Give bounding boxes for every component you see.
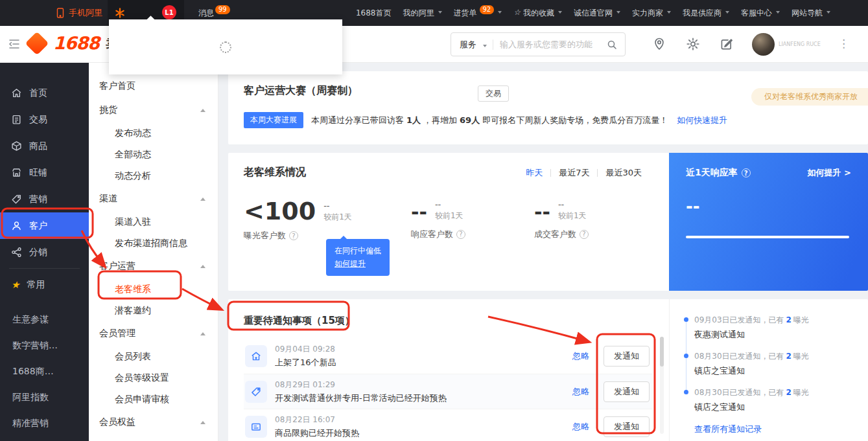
tab-yesterday[interactable]: 昨天 bbox=[526, 167, 543, 179]
sidebar-item-marketing[interactable]: 营销 bbox=[0, 186, 89, 212]
member-dropdown-popup bbox=[109, 19, 342, 74]
chevron-up-icon bbox=[200, 421, 205, 424]
send-notification-button[interactable]: 发通知 bbox=[604, 346, 650, 367]
caret-down-icon bbox=[776, 11, 780, 14]
topbar-mobile-ali[interactable]: 手机阿里 bbox=[56, 7, 102, 19]
search-category-select[interactable]: 服务 bbox=[451, 39, 493, 51]
submenu-item-customer-home[interactable]: 客户首页 bbox=[89, 73, 218, 98]
caret-down-icon bbox=[498, 11, 502, 14]
topbar-link-cart[interactable]: 进货单92 bbox=[454, 8, 502, 19]
messages-count-badge: 99 bbox=[215, 5, 230, 14]
sidebar-item-products[interactable]: 商品 bbox=[0, 133, 89, 159]
search-input[interactable] bbox=[493, 40, 607, 49]
metric-label: 响应客户数 bbox=[411, 229, 453, 240]
submenu-section-channel[interactable]: 渠道 bbox=[89, 187, 218, 211]
search-icon[interactable] bbox=[607, 40, 617, 50]
submenu-item-member-level[interactable]: 会员等级设置 bbox=[89, 367, 218, 389]
submenu-item-publish-feed[interactable]: 发布动态 bbox=[89, 122, 218, 144]
sidebar-item-customers[interactable]: 客户 bbox=[0, 212, 89, 239]
submenu-section-customer-operation[interactable]: 客户运营 bbox=[89, 254, 218, 278]
scrollbar-thumb[interactable] bbox=[660, 337, 664, 367]
starburst-icon bbox=[114, 7, 126, 19]
star-icon bbox=[11, 279, 19, 291]
submenu-item-feed-analysis[interactable]: 动态分析 bbox=[89, 165, 218, 187]
ignore-link[interactable]: 忽略 bbox=[572, 386, 589, 398]
metric-delta: -- bbox=[323, 200, 352, 212]
customers-icon bbox=[11, 220, 22, 231]
chevron-up-icon bbox=[200, 198, 205, 201]
notice-row: 08月29日 01:29 开发测试普通伙拼专用-日常活动已经开始预热 忽略 发通… bbox=[244, 374, 652, 409]
help-icon[interactable] bbox=[456, 230, 465, 239]
topbar-link-chengxintong[interactable]: 诚信通官网 bbox=[574, 8, 620, 19]
quick-link-precision-marketing[interactable]: 精准营销 bbox=[0, 411, 89, 436]
location-icon[interactable] bbox=[652, 37, 666, 51]
notice-row: 09月04日 09:28 上架了16个新品 忽略 发通知 bbox=[244, 339, 652, 374]
submenu-item-member-review[interactable]: 会员申请审核 bbox=[89, 389, 218, 410]
more-icon[interactable] bbox=[838, 37, 849, 50]
trade-button[interactable]: 交易 bbox=[478, 85, 509, 102]
view-all-records-link[interactable]: 查看所有通知记录 bbox=[684, 424, 856, 435]
notice-date: 09月04日 09:28 bbox=[275, 344, 558, 355]
settings-gear-icon[interactable] bbox=[686, 37, 700, 51]
submenu-item-prospect-invite[interactable]: 潜客邀约 bbox=[89, 300, 218, 321]
notice-text: 商品限购已经开始预热 bbox=[275, 427, 558, 439]
sidebar-item-transactions[interactable]: 交易 bbox=[0, 106, 89, 133]
history-title: 夜惠测试通知 bbox=[694, 329, 856, 341]
submenu-item-channel-recruit[interactable]: 发布渠道招商信息 bbox=[89, 232, 218, 254]
topbar-link-my-ali[interactable]: 我的阿里 bbox=[403, 8, 442, 19]
topbar-link-favorites[interactable]: 我的收藏 bbox=[513, 8, 562, 19]
caret-down-icon bbox=[725, 11, 729, 14]
tooltip-improve-link[interactable]: 如何提升 bbox=[334, 257, 381, 270]
caret-down-icon bbox=[438, 11, 442, 14]
primary-sidebar: 首页 交易 商品 旺铺 营销 客户 分销 常用 生意参谋 数字营销… 1688商… bbox=[0, 63, 89, 441]
stats-range-tabs: 昨天 最近7天 最近30天 bbox=[526, 167, 642, 179]
retention-stats: 老客维系情况 昨天 最近7天 最近30天 <100 -- 较前1天 bbox=[228, 153, 669, 291]
help-icon[interactable] bbox=[742, 168, 751, 177]
sidebar-item-home[interactable]: 首页 bbox=[0, 80, 89, 106]
notification-history-panel: 09月03日已发通知，已有2曝光 夜惠测试通知 08月30日已发通知，已有2曝光… bbox=[669, 299, 868, 441]
sidebar-item-shop[interactable]: 旺铺 bbox=[0, 159, 89, 186]
sidebar-item-distribution[interactable]: 分销 bbox=[0, 239, 89, 266]
history-title: 镇店之宝通知 bbox=[694, 401, 856, 413]
submenu-item-member-list[interactable]: 会员列表 bbox=[89, 346, 218, 367]
sidebar-item-favorites[interactable]: 常用 bbox=[0, 271, 89, 298]
quick-link-1688[interactable]: 1688商… bbox=[0, 359, 89, 385]
topbar-link-supplier[interactable]: 我是供应商 bbox=[683, 8, 729, 19]
help-icon[interactable] bbox=[580, 230, 589, 239]
tab-last-7-days[interactable]: 最近7天 bbox=[559, 167, 589, 179]
send-notification-button[interactable]: 发通知 bbox=[604, 381, 650, 402]
submenu-section-member-benefits[interactable]: 会员权益 bbox=[89, 410, 218, 435]
help-icon[interactable] bbox=[289, 231, 298, 240]
metric-label: 曝光客户数 bbox=[244, 230, 286, 242]
submenu-section-picking[interactable]: 挑货 bbox=[89, 98, 218, 122]
ignore-link[interactable]: 忽略 bbox=[572, 421, 589, 433]
quick-link-ali-index[interactable]: 阿里指数 bbox=[0, 385, 89, 411]
quick-link-shengyicanmou[interactable]: 生意参谋 bbox=[0, 307, 89, 333]
submenu-item-channel-join[interactable]: 渠道入驻 bbox=[89, 211, 218, 232]
send-notification-button[interactable]: 发通知 bbox=[604, 416, 650, 437]
topbar-link-site-nav[interactable]: 网站导航 bbox=[792, 8, 830, 19]
collapse-sidebar-icon[interactable] bbox=[8, 38, 21, 50]
caret-down-icon bbox=[558, 11, 562, 14]
topbar-link-strength-merchant[interactable]: 实力商家 bbox=[632, 8, 671, 19]
topbar-link-service-center[interactable]: 客服中心 bbox=[741, 8, 780, 19]
topbar-messages[interactable]: 消息 99 bbox=[198, 8, 230, 19]
ignore-link[interactable]: 忽略 bbox=[572, 350, 589, 362]
caret-down-icon bbox=[667, 11, 671, 14]
response-rate-title: 近1天响应率 bbox=[686, 167, 738, 179]
submenu-item-old-customer-retention[interactable]: 老客维系 bbox=[89, 278, 218, 300]
how-to-improve-link[interactable]: 如何快速提升 bbox=[677, 115, 727, 126]
scrollbar-track bbox=[660, 337, 664, 434]
chevron-up-icon bbox=[200, 109, 205, 112]
topbar-link-1688-home[interactable]: 1688首页 bbox=[356, 8, 392, 19]
quick-link-digital-marketing[interactable]: 数字营销… bbox=[0, 333, 89, 359]
account-area: LIANFENG RUCE bbox=[752, 33, 821, 56]
phone-icon bbox=[56, 8, 65, 18]
panel-improve-link[interactable]: 如何提升 > bbox=[808, 167, 851, 179]
compose-icon[interactable] bbox=[720, 37, 734, 51]
avatar[interactable] bbox=[752, 33, 775, 56]
submenu-item-all-feed[interactable]: 全部动态 bbox=[89, 144, 218, 165]
notices-list: 09月04日 09:28 上架了16个新品 忽略 发通知 08月29日 01:2… bbox=[244, 339, 669, 441]
submenu-section-member-management[interactable]: 会员管理 bbox=[89, 321, 218, 346]
tab-last-30-days[interactable]: 最近30天 bbox=[605, 167, 642, 179]
